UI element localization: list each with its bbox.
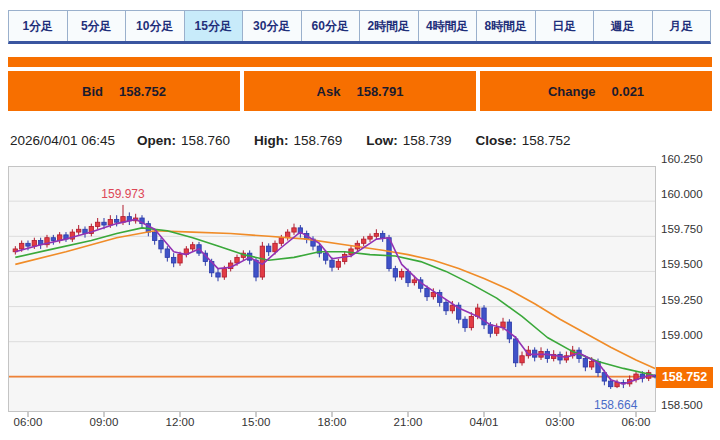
candle-body [488,325,492,333]
candle-body [444,302,448,310]
x-axis-label: 06:00 [608,416,664,428]
candle-body [412,280,416,283]
change-value: 0.021 [612,84,645,99]
candle-body [273,243,277,251]
high-value: 158.769 [293,133,342,148]
bid-label: Bid [82,84,103,99]
x-axis-label: 12:00 [152,416,208,428]
tab-5min[interactable]: 5分足 [68,11,127,41]
y-axis-label: 158.500 [661,399,717,411]
y-axis-label: 159.750 [661,223,717,235]
tab-10min[interactable]: 10分足 [126,11,185,41]
quote-row: Bid 158.752 Ask 158.791 Change 0.021 [8,71,712,111]
bid-value: 158.752 [119,84,166,99]
current-price-badge: 158.752 [656,367,713,388]
candle-body [406,271,410,282]
candle-body [425,288,429,296]
candle-body [26,243,30,246]
change-panel: Change 0.021 [480,71,712,111]
ask-panel[interactable]: Ask 158.791 [244,71,476,111]
candle-body [222,269,226,277]
candle-body [76,229,80,232]
candle-body [399,271,403,277]
candle-body [178,255,182,263]
low-value: 158.739 [403,133,452,148]
candle-body [254,260,258,277]
candle-body [336,262,340,268]
chart-canvas[interactable] [8,166,656,412]
tab-monthly[interactable]: 月足 [653,11,711,41]
candle-body [342,255,346,262]
candle-body [216,273,220,277]
candle-body [19,243,23,249]
bid-panel[interactable]: Bid 158.752 [8,71,240,111]
candle-body [171,257,175,263]
candle-body [260,246,264,277]
candle-body [114,219,118,222]
candle-body [51,238,55,241]
low-price-annotation: 158.664 [581,398,651,412]
candle-body [152,232,156,240]
x-axis-label: 06:00 [0,416,56,428]
y-axis-label: 159.500 [661,258,717,270]
x-axis-label: 04/01 [456,416,512,428]
candle-body [393,269,397,277]
fx-chart-app: 1分足 5分足 10分足 15分足 30分足 60分足 2時間足 4時間足 8時… [0,0,720,440]
y-axis-label: 159.250 [661,294,717,306]
high-price-annotation: 159.973 [88,187,158,201]
candle-body [368,236,372,239]
candle-body [513,339,517,363]
candle-body [463,319,467,327]
low-label: Low: [366,133,398,148]
candle-body [190,245,194,249]
x-axis-label: 09:00 [76,416,132,428]
close-value: 158.752 [522,133,571,148]
candle-body [380,233,384,237]
timeframe-tabbar: 1分足 5分足 10分足 15分足 30分足 60分足 2時間足 4時間足 8時… [8,10,711,44]
candle-body [159,241,163,249]
y-axis-label: 159.000 [661,329,717,341]
open-label: Open: [137,133,176,148]
x-axis-label: 15:00 [228,416,284,428]
tab-8hour[interactable]: 8時間足 [477,11,536,41]
candle-body [235,257,239,263]
tab-30min[interactable]: 30分足 [243,11,302,41]
candle-body [279,238,283,244]
tab-15min[interactable]: 15分足 [185,11,244,41]
tab-daily[interactable]: 日足 [536,11,595,41]
quote-top-strip [8,57,712,67]
candle-body [102,222,106,225]
ask-label: Ask [317,84,341,99]
ohlc-readout: 2026/04/01 06:45 Open:158.760 High:158.7… [10,133,710,148]
candle-body [494,328,498,334]
candle-body [450,305,454,311]
candle-body [165,249,169,257]
close-label: Close: [476,133,517,148]
change-label: Change [548,84,596,99]
candle-body [520,356,524,363]
y-axis-label: 160.000 [661,188,717,200]
tab-1min[interactable]: 1分足 [9,11,68,41]
open-value: 158.760 [181,133,230,148]
tab-4hour[interactable]: 4時間足 [419,11,478,41]
candle-body [361,239,365,243]
candle-body [108,219,112,225]
tab-2hour[interactable]: 2時間足 [360,11,419,41]
x-axis-label: 21:00 [380,416,436,428]
candle-body [266,246,270,252]
candle-body [608,381,612,387]
candle-body [431,293,435,297]
candle-body [95,222,99,226]
y-axis-label: 160.250 [661,153,717,165]
tab-weekly[interactable]: 週足 [594,11,653,41]
ask-value: 158.791 [356,84,403,99]
candle-body [330,260,334,267]
x-axis-label: 18:00 [304,416,360,428]
candle-body [469,316,473,327]
tab-60min[interactable]: 60分足 [302,11,361,41]
candle-datetime: 2026/04/01 06:45 [10,133,115,148]
candle-body [374,233,378,236]
candle-body [583,359,587,367]
high-label: High: [254,133,289,148]
candle-body [589,361,593,367]
